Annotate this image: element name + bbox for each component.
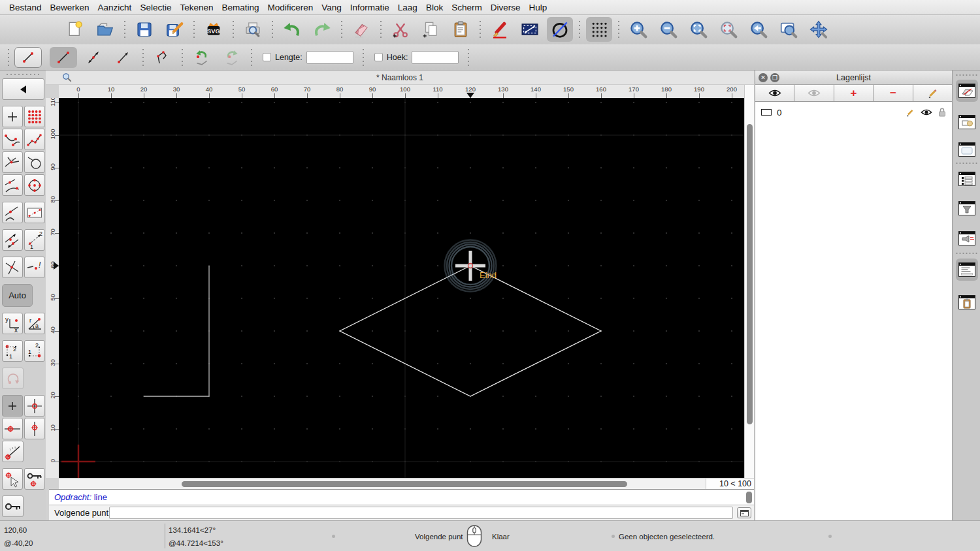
snap-angle-button[interactable] <box>2 441 24 462</box>
toolbar-handle[interactable] <box>8 48 9 67</box>
open-file-button[interactable] <box>92 17 118 42</box>
draw-pencil-button[interactable] <box>487 17 513 42</box>
snap-plus-button[interactable] <box>2 395 23 417</box>
tool-order-12-button[interactable]: 12 <box>24 229 45 251</box>
command-keypad-button[interactable] <box>737 507 751 518</box>
redo-button[interactable] <box>309 17 335 42</box>
layer-visibility-button[interactable] <box>921 108 932 116</box>
copy-button[interactable] <box>417 17 444 42</box>
tool-circle-tangent-button[interactable] <box>24 151 45 173</box>
add-layer-button[interactable]: + <box>834 85 874 102</box>
line-arrow-button[interactable] <box>110 47 137 68</box>
line-both-arrows-button[interactable] <box>80 47 107 68</box>
tool-point-grid-button[interactable] <box>24 106 45 127</box>
preview-panel-toggle[interactable] <box>956 138 978 161</box>
command-panel-toggle[interactable] <box>956 259 978 281</box>
pan-button[interactable] <box>806 17 832 42</box>
snap-lock-point-button[interactable] <box>24 468 45 490</box>
zoom-fit-button[interactable] <box>685 17 711 42</box>
menu-item-blok[interactable]: Blok <box>426 3 443 12</box>
tool-polyline-points-button[interactable] <box>24 129 45 150</box>
zoom-in-button[interactable] <box>625 17 651 42</box>
list-panel-toggle[interactable] <box>956 168 978 190</box>
remove-layer-button[interactable]: − <box>874 85 913 102</box>
print-preview-button[interactable] <box>240 17 266 42</box>
menu-item-scherm[interactable]: Scherm <box>451 3 482 12</box>
grid-toggle-button[interactable] <box>586 17 612 42</box>
lengte-checkbox[interactable] <box>263 53 271 61</box>
tool-circle-center-button[interactable] <box>24 174 45 196</box>
layer-color-swatch[interactable] <box>761 109 772 116</box>
menu-item-diverse[interactable]: Diverse <box>491 3 521 12</box>
drawing-canvas[interactable]: Eind <box>59 98 744 478</box>
circle-mode-button[interactable] <box>547 17 573 42</box>
tool-intersection-button[interactable] <box>2 257 23 278</box>
line-segment-button[interactable] <box>50 47 77 68</box>
cut-button[interactable] <box>387 17 414 42</box>
current-tool-line-button[interactable] <box>14 47 42 68</box>
hoek-checkbox[interactable] <box>374 53 383 61</box>
hide-all-layers-button[interactable] <box>794 85 834 102</box>
menu-item-bestand[interactable]: Bestand <box>9 3 42 12</box>
vscroll-thumb[interactable] <box>747 124 753 424</box>
redo-point-button[interactable] <box>218 47 246 68</box>
menu-item-bemating[interactable]: Bemating <box>221 3 259 12</box>
snap-horizontal-button[interactable] <box>2 418 23 439</box>
palette-grip[interactable] <box>5 73 41 76</box>
tool-polar-button[interactable]: ra <box>24 313 45 334</box>
tool-corner-21-button[interactable]: 12 <box>24 340 45 362</box>
zoom-selection-button[interactable] <box>715 17 742 42</box>
zoom-previous-button[interactable] <box>745 17 772 42</box>
menu-item-hulp[interactable]: Hulp <box>529 3 547 12</box>
layer-lock-button[interactable] <box>938 108 946 117</box>
tool-spline-button[interactable] <box>2 129 23 150</box>
zoom-out-button[interactable] <box>655 17 681 42</box>
snap-crosshair-button[interactable] <box>24 395 45 417</box>
menu-item-vang[interactable]: Vang <box>321 3 342 12</box>
edit-layer-button[interactable] <box>913 85 952 102</box>
zoom-window-button[interactable] <box>776 17 802 42</box>
tool-tangent-point-button[interactable] <box>2 202 23 223</box>
polyline-button[interactable] <box>149 47 176 68</box>
layers-panel-toggle[interactable] <box>956 80 978 102</box>
canvas-horizontal-scrollbar[interactable] <box>59 478 706 489</box>
hscroll-thumb[interactable] <box>182 481 627 487</box>
undo-point-button[interactable] <box>188 47 216 68</box>
clipboard-panel-toggle[interactable] <box>956 291 978 313</box>
menu-item-modificeren[interactable]: Modificeren <box>268 3 314 12</box>
eraser-button[interactable] <box>348 17 374 42</box>
layer-row[interactable]: 0 <box>755 104 952 120</box>
shapes-panel-toggle[interactable] <box>956 111 978 133</box>
tool-rect-diagonal-button[interactable] <box>24 202 45 223</box>
tool-single-point-button[interactable]: ! <box>24 257 45 278</box>
palette-back-button[interactable] <box>2 78 44 100</box>
strip-grip[interactable] <box>955 74 977 76</box>
hoek-input[interactable] <box>412 51 459 64</box>
auto-mode-button[interactable]: Auto <box>2 284 33 307</box>
menu-item-aanzicht[interactable]: Aanzicht <box>98 3 132 12</box>
svg-export-button[interactable]: SVG <box>201 17 227 42</box>
paste-button[interactable] <box>448 17 474 42</box>
lengte-input[interactable] <box>306 51 353 64</box>
menu-item-informatie[interactable]: Informatie <box>350 3 389 12</box>
snap-cursor-button[interactable] <box>2 468 23 490</box>
command-history-scrollbar[interactable] <box>746 492 752 503</box>
menu-item-selectie[interactable]: Selectie <box>140 3 171 12</box>
command-input[interactable] <box>109 507 733 519</box>
new-file-button[interactable] <box>62 17 88 42</box>
menu-item-laag[interactable]: Laag <box>398 3 417 12</box>
tool-trim-button[interactable] <box>2 151 23 173</box>
dimension-button[interactable] <box>517 17 543 42</box>
announce-panel-toggle[interactable] <box>956 227 978 249</box>
filter-panel-toggle[interactable] <box>956 197 978 219</box>
tool-tangent-arc-button[interactable] <box>2 174 23 196</box>
tool-point-button[interactable] <box>2 106 23 127</box>
tool-corner-12-button[interactable]: 12 <box>2 340 23 362</box>
show-all-layers-button[interactable] <box>755 85 794 102</box>
save-as-button[interactable] <box>161 17 188 42</box>
undo-button[interactable] <box>279 17 305 42</box>
snap-vertical-button[interactable] <box>24 418 45 439</box>
layer-edit-button[interactable] <box>906 108 915 117</box>
menu-item-tekenen[interactable]: Tekenen <box>180 3 213 12</box>
canvas-vertical-scrollbar[interactable] <box>744 85 754 478</box>
